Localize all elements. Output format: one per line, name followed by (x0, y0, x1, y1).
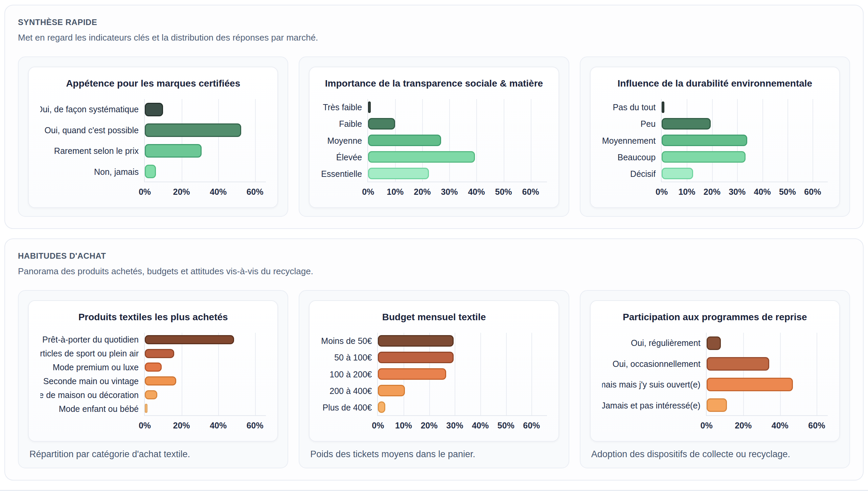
x-axis-tick-label: 60% (804, 187, 821, 197)
category-label: Articles de sport ou plein air (40, 347, 144, 360)
x-axis-tick-label: 20% (173, 421, 190, 430)
category-label: Jamais mais j'y suis ouvert(e) (602, 374, 706, 395)
bar-row (368, 132, 547, 149)
bar-row (378, 399, 547, 415)
chart-panel: Participation aux programmes de reprise … (590, 300, 840, 442)
x-axis-tick-label: 40% (210, 421, 227, 430)
x-axis-tick-label: 30% (446, 421, 463, 430)
category-labels: Pas du toutPeuMoyennementBeaucoupDécisif (602, 99, 661, 182)
bar-row (378, 366, 547, 382)
bar-row (145, 140, 266, 161)
x-axis-tick-label: 30% (441, 187, 458, 197)
bar (368, 168, 429, 179)
plot-area: 0%10%20%30%40%50%60% (377, 333, 547, 416)
bar-row (378, 382, 547, 399)
bar-row (145, 120, 266, 140)
x-axis-tick-label: 40% (772, 421, 789, 430)
bar (368, 135, 441, 146)
bar-row (145, 401, 266, 415)
bar (707, 378, 793, 391)
chart-card-grid: Appétence pour les marques certifiées Ou… (18, 56, 850, 217)
x-axis-tick-label: 20% (421, 421, 438, 430)
category-label: Non, jamais (40, 162, 144, 183)
plot-area: 0%10%20%30%40%50%60% (367, 99, 547, 182)
x-axis-tick-label: 0% (701, 421, 713, 430)
bar-row (378, 333, 547, 349)
bar-row (662, 132, 828, 149)
bar (378, 335, 454, 347)
bar-row (145, 333, 266, 347)
x-axis-tick-label: 20% (414, 187, 431, 197)
x-axis-tick-label: 40% (472, 421, 489, 430)
x-axis-tick-label: 40% (210, 187, 227, 197)
x-axis-tick-label: 20% (173, 187, 190, 197)
bar-row (145, 374, 266, 388)
bar-row (707, 333, 828, 353)
section-habitudes-achat: HABITUDES D'ACHAT Panorama des produits … (4, 238, 864, 481)
bar-row (145, 99, 266, 120)
chart-card: Budget mensuel textile Moins de 50€50 à … (299, 290, 569, 468)
bar (378, 385, 405, 396)
plot-area: 0%20%40%60% (706, 333, 828, 416)
bar (145, 404, 147, 413)
bar (707, 398, 727, 412)
x-axis-tick-label: 10% (395, 421, 412, 430)
chart-title: Appétence pour les marques certifiées (40, 78, 266, 89)
category-label: Faible (321, 116, 367, 132)
chart-caption: Adoption des dispositifs de collecte ou … (591, 449, 839, 460)
category-labels: Prêt-à-porter du quotidienArticles de sp… (40, 333, 144, 416)
chart-title: Importance de la transparence sociale & … (321, 78, 547, 89)
chart-panel: Influence de la durabilité environnement… (590, 67, 840, 208)
plot-area: 0%20%40%60% (144, 99, 266, 182)
category-label: Oui, quand c'est possible (40, 120, 144, 141)
chart-card: Participation aux programmes de reprise … (580, 290, 850, 468)
x-axis-tick-label: 40% (754, 187, 771, 197)
dashboard-page: SYNTHÈSE RAPIDE Met en regard les indica… (0, 0, 868, 491)
chart-panel: Importance de la transparence sociale & … (309, 67, 559, 208)
bar-chart: Oui, régulièrementOui, occasionnellement… (602, 333, 828, 416)
bar-row (145, 388, 266, 402)
x-axis-tick-label: 30% (729, 187, 746, 197)
bar (145, 363, 162, 372)
bar-row (368, 116, 547, 132)
category-label: Plus de 400€ (321, 399, 377, 416)
category-label: Mode premium ou luxe (40, 360, 144, 374)
category-labels: Oui, régulièrementOui, occasionnellement… (602, 333, 706, 416)
chart-title: Produits textiles les plus achetés (40, 312, 266, 323)
category-label: Très faible (321, 99, 367, 116)
bar-row (662, 165, 828, 182)
bar-chart: Moins de 50€50 à 100€100 à 200€200 à 400… (321, 333, 547, 416)
x-axis-tick-label: 10% (678, 187, 695, 197)
bar-row (662, 148, 828, 165)
bar-row (707, 395, 828, 415)
bar (662, 168, 693, 179)
category-label: Oui, de façon systématique (40, 99, 144, 120)
bar-row (662, 116, 828, 132)
chart-title: Influence de la durabilité environnement… (602, 78, 828, 89)
bar-chart: Prêt-à-porter du quotidienArticles de sp… (40, 333, 266, 416)
chart-panel: Appétence pour les marques certifiées Ou… (28, 67, 278, 208)
x-axis-tick-label: 50% (498, 421, 515, 430)
x-axis-tick-label: 0% (139, 421, 151, 430)
x-axis-tick-label: 60% (808, 421, 825, 430)
x-axis-tick-label: 60% (522, 187, 539, 197)
bar (145, 144, 202, 158)
bar-row (368, 148, 547, 165)
category-labels: Oui, de façon systématiqueOui, quand c'e… (40, 99, 144, 182)
bar-row (707, 353, 828, 374)
bar-row (378, 349, 547, 366)
bar-row (707, 374, 828, 395)
bar (707, 336, 721, 350)
bar (145, 123, 241, 137)
chart-caption: Poids des tickets moyens dans le panier. (310, 449, 557, 460)
x-axis-tick-label: 20% (704, 187, 721, 197)
category-label: Essentielle (321, 166, 367, 182)
category-label: Oui, régulièrement (602, 333, 706, 354)
bar (145, 103, 163, 116)
category-label: Linge de maison ou décoration (40, 388, 144, 402)
bar-chart: Oui, de façon systématiqueOui, quand c'e… (40, 99, 266, 182)
x-axis-tick-label: 0% (656, 187, 668, 197)
category-label: 200 à 400€ (321, 383, 377, 399)
bar (707, 357, 770, 371)
bar (368, 151, 475, 163)
